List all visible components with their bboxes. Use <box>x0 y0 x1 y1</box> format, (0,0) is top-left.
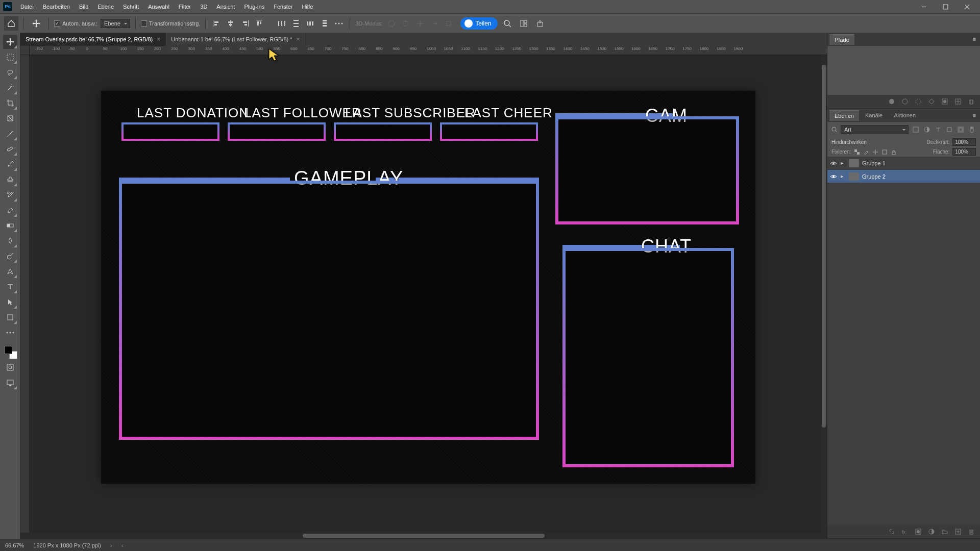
lasso-tool[interactable] <box>3 65 17 80</box>
canvas-viewport[interactable]: LAST DONATION LAST FOLLOWER LAST SUBSCRI… <box>30 55 827 539</box>
filter-type-button[interactable] <box>934 126 942 134</box>
foreground-color-swatch[interactable] <box>4 346 12 354</box>
window-minimize-button[interactable] <box>914 0 934 13</box>
adjustment-layer-button[interactable] <box>927 527 936 536</box>
panel-tab-channels[interactable]: Kanäle <box>860 110 888 120</box>
move-tool[interactable] <box>3 35 17 49</box>
transform-controls-checkbox[interactable]: Transformationsstrg. <box>141 20 200 27</box>
menu-datei[interactable]: Datei <box>16 2 38 12</box>
share-button[interactable]: Teilen <box>460 17 497 30</box>
edit-toolbar-button[interactable] <box>3 325 17 340</box>
marquee-tool[interactable] <box>3 50 17 64</box>
lock-transparency-button[interactable] <box>854 149 860 155</box>
pen-tool[interactable] <box>3 264 17 279</box>
new-layer-button[interactable] <box>953 527 963 536</box>
move-tool-indicator[interactable] <box>29 16 43 31</box>
panel-tab-paths[interactable]: Pfade <box>829 34 854 45</box>
shape-tool[interactable] <box>3 310 17 324</box>
lock-pixels-button[interactable] <box>863 149 869 155</box>
close-icon[interactable]: × <box>157 36 160 43</box>
filter-toggle-button[interactable] <box>968 126 976 134</box>
brush-tool[interactable] <box>3 157 17 171</box>
filter-pixel-button[interactable] <box>912 126 920 134</box>
quick-mask-button[interactable] <box>3 360 17 374</box>
layer-mask-button[interactable] <box>914 527 923 536</box>
expand-toggle[interactable]: ▸ <box>841 160 846 166</box>
delete-path-button[interactable] <box>967 97 976 106</box>
panel-tab-actions[interactable]: Aktionen <box>889 110 921 120</box>
visibility-toggle[interactable] <box>829 159 838 167</box>
menu-filter[interactable]: Filter <box>175 2 195 12</box>
workspace-button[interactable] <box>517 17 530 30</box>
filter-smart-button[interactable] <box>957 126 965 134</box>
wand-tool[interactable] <box>3 81 17 95</box>
filter-shape-button[interactable] <box>945 126 953 134</box>
search-button[interactable] <box>501 17 514 30</box>
lock-all-button[interactable] <box>891 149 897 155</box>
dodge-tool[interactable] <box>3 249 17 263</box>
menu-ansicht[interactable]: Ansicht <box>212 2 239 12</box>
document-tab-active[interactable]: Stream Overlay.psdc bei 66,7% (Gruppe 2,… <box>20 33 166 46</box>
lock-artboard-button[interactable] <box>881 149 888 155</box>
status-chevron-right-icon[interactable]: › <box>110 542 112 548</box>
close-icon[interactable]: × <box>297 36 300 43</box>
visibility-toggle[interactable] <box>829 172 838 181</box>
filter-adjust-button[interactable] <box>923 126 931 134</box>
menu-plugins[interactable]: Plug-ins <box>240 2 268 12</box>
path-to-selection-button[interactable] <box>914 97 923 106</box>
align-right-button[interactable] <box>239 18 251 29</box>
panel-tab-layers[interactable]: Ebenen <box>829 110 859 121</box>
lock-position-button[interactable] <box>872 149 878 155</box>
eyedropper-tool[interactable] <box>3 127 17 141</box>
menu-fenster[interactable]: Fenster <box>270 2 297 12</box>
menu-ebene[interactable]: Ebene <box>93 2 118 12</box>
distribute-spacing-v-button[interactable] <box>319 18 330 29</box>
window-close-button[interactable] <box>957 0 977 13</box>
align-hcenter-button[interactable] <box>225 18 236 29</box>
auto-select-target-dropdown[interactable]: Ebene <box>101 19 130 28</box>
gradient-tool[interactable] <box>3 218 17 233</box>
opacity-value[interactable]: 100% <box>952 138 976 146</box>
align-left-button[interactable] <box>211 18 222 29</box>
expand-toggle[interactable]: ▸ <box>841 173 846 180</box>
distribute-spacing-h-button[interactable] <box>305 18 316 29</box>
menu-auswahl[interactable]: Auswahl <box>144 2 174 12</box>
document-canvas[interactable]: LAST DONATION LAST FOLLOWER LAST SUBSCRI… <box>101 91 755 484</box>
panel-menu-button[interactable]: ≡ <box>971 36 978 42</box>
fill-value[interactable]: 100% <box>952 148 976 156</box>
eraser-tool[interactable] <box>3 203 17 217</box>
frame-tool[interactable] <box>3 111 17 126</box>
distribute-v-button[interactable] <box>290 18 302 29</box>
new-group-button[interactable] <box>940 527 949 536</box>
stroke-path-button[interactable] <box>900 97 910 106</box>
home-button[interactable] <box>4 16 18 31</box>
horizontal-scrollbar[interactable] <box>20 533 827 539</box>
window-maximize-button[interactable] <box>935 0 955 13</box>
ruler-vertical[interactable] <box>20 55 30 539</box>
screen-mode-button[interactable] <box>3 375 17 390</box>
document-info[interactable]: 1920 Px x 1080 Px (72 ppi) <box>33 542 101 548</box>
ruler-horizontal[interactable]: -150-100-5005010015020025030035040045050… <box>30 46 827 55</box>
stamp-tool[interactable] <box>3 172 17 187</box>
crop-tool[interactable] <box>3 96 17 110</box>
blur-tool[interactable] <box>3 234 17 248</box>
menu-bearbeiten[interactable]: Bearbeiten <box>39 2 74 12</box>
delete-layer-button[interactable] <box>967 527 976 536</box>
menu-hilfe[interactable]: Hilfe <box>298 2 317 12</box>
heal-tool[interactable] <box>3 142 17 156</box>
menu-3d[interactable]: 3D <box>196 2 211 12</box>
align-top-button[interactable] <box>254 18 265 29</box>
link-layers-button[interactable] <box>887 527 896 536</box>
ruler-origin[interactable] <box>20 46 30 55</box>
layer-row-selected[interactable]: ▸ Gruppe 2 <box>827 170 980 183</box>
panel-menu-button[interactable]: ≡ <box>971 112 978 118</box>
type-tool[interactable] <box>3 280 17 294</box>
blend-mode-dropdown[interactable]: Hindurchwirken <box>831 139 923 145</box>
path-select-tool[interactable] <box>3 295 17 309</box>
more-align-button[interactable] <box>333 18 345 29</box>
make-work-path-button[interactable] <box>927 97 936 106</box>
layer-filter-kind-dropdown[interactable]: Art <box>841 125 909 134</box>
document-tab[interactable]: Unbenannt-1 bei 66,7% (Last Follower, RG… <box>166 33 305 46</box>
export-button[interactable] <box>533 17 547 30</box>
fill-path-button[interactable] <box>887 97 896 106</box>
